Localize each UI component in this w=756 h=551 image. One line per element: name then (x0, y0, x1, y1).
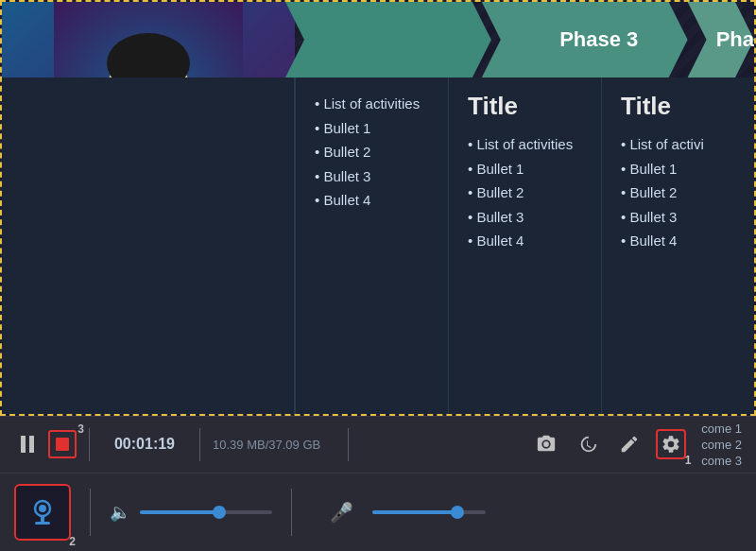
toolbar-divider-2 (199, 428, 200, 461)
gear-badge: 1 (685, 454, 692, 467)
webcam-badge: 2 (69, 535, 76, 548)
volume-thumb[interactable] (213, 506, 226, 519)
mic-fill (372, 510, 457, 514)
toolbar-top-row: 3 00:01:19 10.39 MB/37.09 GB (0, 417, 756, 474)
bullet-item: Bullet 2 (315, 140, 438, 164)
webcam-button[interactable] (14, 484, 71, 541)
mic-slider[interactable] (372, 510, 486, 514)
webcam-icon (26, 495, 60, 529)
screenshot-button[interactable] (531, 429, 561, 459)
bullet-item: Bullet 1 (315, 116, 438, 141)
bullet-item: Bullet 3 (468, 205, 592, 230)
settings-button[interactable] (656, 429, 686, 459)
bullet-item: Bullet 4 (468, 229, 592, 253)
bottom-divider-2 (291, 489, 292, 536)
content-area: List of activities Bullet 1 Bullet 2 Bul… (2, 77, 754, 414)
stop-button-wrapper: 3 (48, 430, 77, 458)
bullet-list-2: List of activities Bullet 1 Bullet 2 Bul… (315, 92, 438, 213)
bullet-item: Bullet 2 (621, 181, 745, 205)
pause-icon (21, 436, 34, 453)
bullet-item: Bullet 1 (468, 157, 592, 181)
svg-rect-12 (35, 522, 50, 525)
bullet-list-3: List of activities Bullet 1 Bullet 2 Bul… (468, 132, 592, 253)
toolbar: 3 00:01:19 10.39 MB/37.09 GB (0, 416, 756, 551)
phase-arrow-4: Pha (688, 2, 754, 77)
col4-title: Title (621, 92, 745, 121)
content-col-1 (2, 77, 295, 414)
outcome-labels: come 1 come 2 come 3 (701, 422, 742, 468)
toolbar-divider-1 (89, 428, 90, 461)
toolbar-icons: 1 (531, 429, 686, 459)
edit-icon (619, 434, 640, 455)
bullet-item: Bullet 3 (315, 164, 438, 189)
svg-point-10 (39, 505, 46, 512)
outcome-1: come 1 (701, 422, 742, 436)
outcome-3: come 3 (701, 454, 742, 468)
phase-arrow-2 (285, 2, 491, 77)
bullet-list-4: List of activi Bullet 1 Bullet 2 Bullet … (621, 132, 745, 253)
pause-button[interactable] (14, 431, 41, 457)
gear-icon (661, 434, 681, 455)
camera-icon (536, 434, 557, 455)
bullet-item: List of activities (315, 92, 438, 116)
content-col-2: List of activities Bullet 1 Bullet 2 Bul… (295, 77, 449, 414)
pause-bar-left (21, 436, 26, 453)
presentation-area: Phase 3 Pha (0, 0, 756, 416)
stop-icon (56, 438, 69, 451)
stop-badge: 3 (77, 422, 84, 436)
mic-icon: 🎤 (330, 501, 353, 524)
bullet-item: Bullet 2 (468, 181, 592, 205)
phase4-label: Pha (688, 27, 754, 52)
time-display: 00:01:19 (102, 436, 187, 453)
col3-title: Title (468, 92, 592, 121)
bullet-item: List of activi (621, 132, 745, 157)
clock-icon (577, 434, 598, 455)
content-col-3: Title List of activities Bullet 1 Bullet… (449, 77, 602, 414)
mic-area: 🎤 (311, 501, 486, 524)
toolbar-divider-3 (348, 428, 349, 461)
content-col-4: Title List of activi Bullet 1 Bullet 2 B… (602, 77, 754, 414)
gear-button-wrapper: 1 (656, 429, 686, 459)
volume-icon: 🔈 (110, 502, 130, 523)
toolbar-bottom-row: 2 🔈 🎤 (0, 474, 756, 551)
outcome-2: come 2 (701, 438, 742, 452)
volume-slider[interactable] (140, 510, 272, 514)
volume-fill (140, 510, 219, 514)
bullet-item: List of activities (468, 132, 592, 157)
bullet-item: Bullet 4 (621, 229, 745, 253)
phase-arrow-3: Phase 3 (482, 2, 688, 77)
history-button[interactable] (573, 429, 603, 459)
bullet-item: Bullet 3 (621, 205, 745, 230)
edit-button[interactable] (614, 429, 644, 459)
svg-rect-11 (41, 516, 44, 522)
bullet-item: Bullet 4 (315, 188, 438, 213)
mic-thumb[interactable] (451, 506, 464, 519)
phase3-label: Phase 3 (531, 27, 638, 52)
stop-button[interactable] (48, 430, 77, 458)
file-size-display: 10.39 MB/37.09 GB (213, 438, 335, 452)
bottom-divider-1 (90, 489, 91, 536)
pause-bar-right (29, 436, 34, 453)
volume-area: 🔈 (110, 502, 272, 523)
webcam-button-wrapper: 2 (14, 484, 71, 541)
bullet-item: Bullet 1 (621, 157, 745, 181)
